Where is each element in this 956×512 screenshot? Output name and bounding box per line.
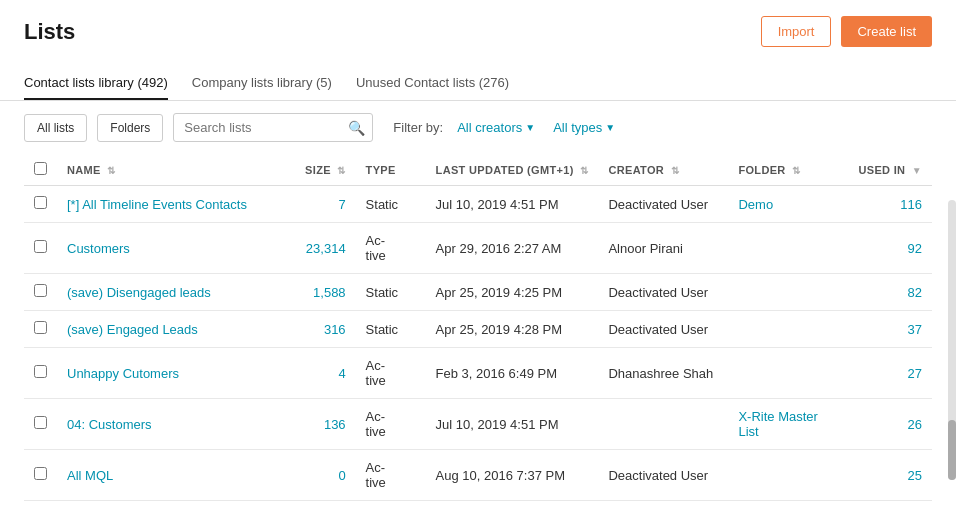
col-header-folder[interactable]: FOLDER ⇅ bbox=[728, 154, 848, 186]
row-name-cell: (save) Disengaged leads bbox=[57, 274, 276, 311]
row-type: Static bbox=[366, 197, 399, 212]
page-title: Lists bbox=[24, 19, 75, 45]
all-creators-filter[interactable]: All creators ▼ bbox=[453, 120, 539, 135]
row-folder-link[interactable]: Demo bbox=[738, 197, 773, 212]
row-used-in: 92 bbox=[908, 241, 922, 256]
col-header-creator[interactable]: CREATOR ⇅ bbox=[598, 154, 728, 186]
row-used-in-cell: 37 bbox=[848, 311, 932, 348]
row-size-cell: 23,314 bbox=[276, 223, 356, 274]
row-creator-cell: Deactivated User bbox=[598, 311, 728, 348]
row-folder-cell bbox=[728, 348, 848, 399]
row-folder-link[interactable]: X-Rite Master List bbox=[738, 409, 817, 439]
select-all-checkbox[interactable] bbox=[34, 162, 47, 175]
row-folder-cell: Demo bbox=[728, 186, 848, 223]
row-checkbox[interactable] bbox=[34, 196, 47, 209]
row-type-cell: Static bbox=[356, 311, 426, 348]
row-size-cell: 136 bbox=[276, 399, 356, 450]
row-name-cell: All MQL bbox=[57, 450, 276, 501]
row-used-in: 37 bbox=[908, 322, 922, 337]
updated-sort-icon: ⇅ bbox=[580, 165, 588, 176]
all-lists-button[interactable]: All lists bbox=[24, 114, 87, 142]
row-creator-cell: Deactivated User bbox=[598, 274, 728, 311]
row-name-link[interactable]: [*] All Timeline Events Contacts bbox=[67, 197, 247, 212]
scrollbar-thumb[interactable] bbox=[948, 420, 956, 480]
row-name-cell: 04: Customers bbox=[57, 399, 276, 450]
row-creator-cell: Deactivated User bbox=[598, 450, 728, 501]
search-wrapper: 🔍 bbox=[173, 113, 373, 142]
all-types-filter[interactable]: All types ▼ bbox=[549, 120, 619, 135]
col-header-name[interactable]: NAME ⇅ bbox=[57, 154, 276, 186]
toolbar: All lists Folders 🔍 Filter by: All creat… bbox=[0, 101, 956, 154]
row-used-in-cell: 27 bbox=[848, 348, 932, 399]
row-checkbox[interactable] bbox=[34, 467, 47, 480]
import-button[interactable]: Import bbox=[761, 16, 832, 47]
row-type: Static bbox=[366, 322, 399, 337]
row-checkbox-cell bbox=[24, 348, 57, 399]
row-used-in-cell: 26 bbox=[848, 399, 932, 450]
row-used-in-cell: 25 bbox=[848, 450, 932, 501]
row-checkbox-cell bbox=[24, 223, 57, 274]
table-row: All MQL 0 Ac-tive Aug 10, 2016 7:37 PM D… bbox=[24, 450, 932, 501]
row-creator: Deactivated User bbox=[608, 285, 708, 300]
col-header-size[interactable]: SIZE ⇅ bbox=[276, 154, 356, 186]
search-input[interactable] bbox=[173, 113, 373, 142]
table-row: Customers 23,314 Ac-tive Apr 29, 2016 2:… bbox=[24, 223, 932, 274]
row-creator-cell: Alnoor Pirani bbox=[598, 223, 728, 274]
table-row: Unhappy Cutomers 4 Ac-tive Feb 3, 2016 6… bbox=[24, 348, 932, 399]
row-type-cell: Ac-tive bbox=[356, 399, 426, 450]
row-size-cell: 1,588 bbox=[276, 274, 356, 311]
folders-button[interactable]: Folders bbox=[97, 114, 163, 142]
row-updated: Apr 29, 2016 2:27 AM bbox=[436, 241, 562, 256]
filter-label: Filter by: bbox=[393, 120, 443, 135]
row-size: 136 bbox=[324, 417, 346, 432]
row-checkbox-cell bbox=[24, 186, 57, 223]
scrollbar[interactable] bbox=[948, 200, 956, 480]
row-type-cell: Ac-tive bbox=[356, 223, 426, 274]
row-name-link[interactable]: (save) Disengaged leads bbox=[67, 285, 211, 300]
tab-unused-contacts[interactable]: Unused Contact lists (276) bbox=[356, 67, 509, 100]
row-creator: Deactivated User bbox=[608, 322, 708, 337]
row-used-in: 27 bbox=[908, 366, 922, 381]
tab-contact-lists[interactable]: Contact lists library (492) bbox=[24, 67, 168, 100]
row-used-in-cell: 116 bbox=[848, 186, 932, 223]
row-creator-cell: Deactivated User bbox=[598, 186, 728, 223]
row-creator-cell: Dhanashree Shah bbox=[598, 348, 728, 399]
all-types-label: All types bbox=[553, 120, 602, 135]
row-name-link[interactable]: Unhappy Cutomers bbox=[67, 366, 179, 381]
row-name-link[interactable]: 04: Customers bbox=[67, 417, 152, 432]
row-updated-cell: Apr 25, 2019 4:25 PM bbox=[426, 274, 599, 311]
row-updated-cell: Jul 10, 2019 4:51 PM bbox=[426, 186, 599, 223]
row-size: 316 bbox=[324, 322, 346, 337]
row-updated: Jul 10, 2019 4:51 PM bbox=[436, 417, 559, 432]
row-creator: Deactivated User bbox=[608, 468, 708, 483]
row-name-link[interactable]: Customers bbox=[67, 241, 130, 256]
row-used-in-cell: 92 bbox=[848, 223, 932, 274]
row-size-cell: 0 bbox=[276, 450, 356, 501]
row-folder-cell bbox=[728, 450, 848, 501]
row-checkbox[interactable] bbox=[34, 284, 47, 297]
row-updated: Feb 3, 2016 6:49 PM bbox=[436, 366, 557, 381]
name-sort-icon: ⇅ bbox=[107, 165, 115, 176]
select-all-header bbox=[24, 154, 57, 186]
row-checkbox[interactable] bbox=[34, 365, 47, 378]
row-type: Ac-tive bbox=[366, 233, 386, 263]
row-size: 7 bbox=[338, 197, 345, 212]
col-header-updated[interactable]: LAST UPDATED (GMT+1) ⇅ bbox=[426, 154, 599, 186]
row-name-link[interactable]: All MQL bbox=[67, 468, 113, 483]
row-type-cell: Static bbox=[356, 274, 426, 311]
lists-table-container: NAME ⇅ SIZE ⇅ TYPE LAST UPDATED (GMT+1) … bbox=[0, 154, 956, 501]
row-checkbox[interactable] bbox=[34, 240, 47, 253]
table-row: [*] All Timeline Events Contacts 7 Stati… bbox=[24, 186, 932, 223]
tab-company-lists[interactable]: Company lists library (5) bbox=[192, 67, 332, 100]
col-header-used-in[interactable]: USED IN ▼ bbox=[848, 154, 932, 186]
col-header-type[interactable]: TYPE bbox=[356, 154, 426, 186]
row-checkbox-cell bbox=[24, 274, 57, 311]
row-checkbox[interactable] bbox=[34, 321, 47, 334]
row-checkbox[interactable] bbox=[34, 416, 47, 429]
row-updated-cell: Jul 10, 2019 4:51 PM bbox=[426, 399, 599, 450]
row-updated-cell: Apr 25, 2019 4:28 PM bbox=[426, 311, 599, 348]
create-list-button[interactable]: Create list bbox=[841, 16, 932, 47]
row-type-cell: Ac-tive bbox=[356, 450, 426, 501]
header-actions: Import Create list bbox=[761, 16, 932, 47]
row-name-link[interactable]: (save) Engaged Leads bbox=[67, 322, 198, 337]
